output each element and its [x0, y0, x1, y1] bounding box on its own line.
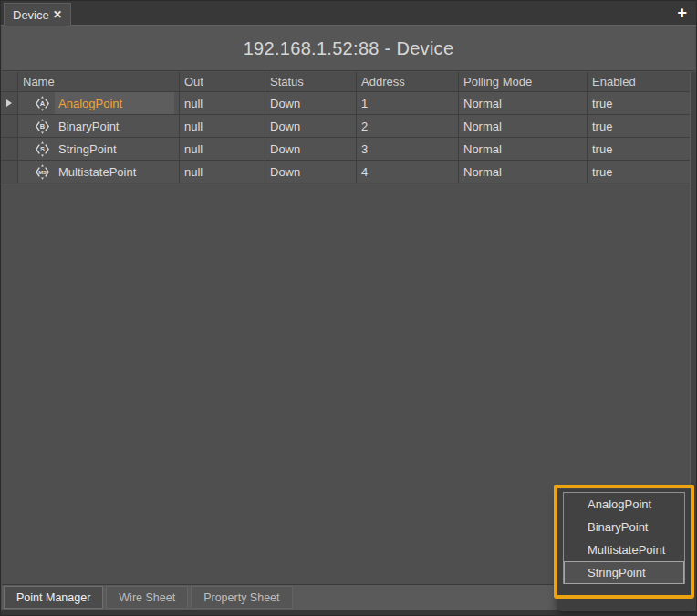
tab-device[interactable]: Device ✕ — [4, 3, 71, 26]
cell-out: null — [180, 92, 265, 114]
table-row-analogpoint[interactable]: A AnalogPoint null Down 1 Normal true — [1, 92, 690, 115]
selected-row-marker-icon — [6, 99, 12, 107]
header-gutter-cell — [1, 72, 18, 91]
cell-enabled: true — [588, 115, 690, 137]
cell-out: null — [180, 138, 265, 160]
column-header-name[interactable]: Name — [18, 72, 180, 91]
column-header-polling-mode[interactable]: Polling Mode — [459, 72, 588, 91]
cell-address: 1 — [357, 92, 459, 114]
tab-device-label: Device — [13, 8, 49, 22]
cell-enabled: true — [588, 161, 690, 183]
menu-item-analogpoint[interactable]: AnalogPoint — [564, 493, 684, 516]
column-header-address[interactable]: Address — [357, 72, 459, 91]
cell-address: 2 — [357, 115, 459, 137]
menu-item-stringpoint[interactable]: StringPoint — [564, 561, 684, 584]
column-header-out[interactable]: Out — [180, 72, 265, 91]
column-header-status[interactable]: Status — [265, 72, 357, 91]
page-title: 192.168.1.52:88 - Device — [244, 38, 454, 59]
svg-text:B: B — [40, 122, 46, 131]
tab-point-manager[interactable]: Point Manager — [4, 586, 103, 609]
svg-text:S: S — [40, 145, 45, 153]
cell-polling-mode: Normal — [459, 161, 588, 183]
menu-item-multistatepoint[interactable]: MultistatePoint — [564, 538, 684, 561]
new-point-popup: AnalogPoint BinaryPoint MultistatePoint … — [557, 489, 696, 611]
menu-item-binarypoint[interactable]: BinaryPoint — [564, 516, 684, 538]
cell-status: Down — [265, 138, 357, 160]
string-point-icon: S — [34, 141, 51, 158]
cell-name: MS MultistatePoint — [18, 161, 180, 183]
column-header-enabled[interactable]: Enabled — [588, 72, 690, 91]
table-row-stringpoint[interactable]: S StringPoint null Down 3 Normal true — [1, 138, 690, 161]
binary-point-icon: B — [34, 118, 51, 135]
row-selector-cell — [1, 161, 18, 183]
svg-text:A: A — [40, 99, 46, 108]
row-selector-cell — [1, 115, 18, 137]
cell-status: Down — [265, 115, 357, 137]
tab-property-sheet[interactable]: Property Sheet — [191, 586, 292, 609]
tab-wire-sheet[interactable]: Wire Sheet — [106, 586, 188, 609]
cell-enabled: true — [588, 138, 690, 160]
cell-status: Down — [265, 92, 357, 114]
cell-address: 3 — [357, 138, 459, 160]
points-table: Name Out Status Address Polling Mode Ena… — [1, 72, 690, 183]
cell-out: null — [180, 115, 265, 137]
row-selector-cell — [1, 138, 18, 160]
close-icon[interactable]: ✕ — [53, 8, 62, 21]
row-selector-cell — [1, 92, 18, 114]
point-name: AnalogPoint — [55, 92, 174, 114]
point-name: MultistatePoint — [55, 161, 174, 183]
multistate-point-icon: MS — [34, 163, 51, 181]
table-row-binarypoint[interactable]: B BinaryPoint null Down 2 Normal true — [1, 115, 690, 138]
cell-polling-mode: Normal — [459, 92, 588, 114]
cell-name: S StringPoint — [18, 138, 180, 160]
cell-polling-mode: Normal — [459, 115, 588, 137]
table-row-multistatepoint[interactable]: MS MultistatePoint null Down 4 Normal tr… — [1, 161, 690, 183]
cell-name: B BinaryPoint — [18, 115, 180, 137]
svg-text:MS: MS — [38, 169, 47, 174]
cell-status: Down — [265, 161, 357, 183]
device-window: Device ✕ + 192.168.1.52:88 - Device Name… — [0, 0, 697, 616]
cell-address: 4 — [357, 161, 459, 183]
device-title-bar: 192.168.1.52:88 - Device — [2, 26, 695, 71]
point-name: StringPoint — [55, 138, 174, 160]
cell-out: null — [180, 161, 265, 183]
add-tab-button[interactable]: + — [677, 4, 687, 22]
point-name: BinaryPoint — [55, 115, 174, 137]
analog-point-icon: A — [34, 95, 51, 112]
cell-enabled: true — [588, 92, 690, 114]
point-type-menu: AnalogPoint BinaryPoint MultistatePoint … — [563, 492, 685, 584]
cell-polling-mode: Normal — [459, 138, 588, 160]
cell-name: A AnalogPoint — [18, 92, 180, 114]
table-header-row: Name Out Status Address Polling Mode Ena… — [1, 72, 690, 92]
top-tab-bar: Device ✕ + — [1, 1, 696, 26]
